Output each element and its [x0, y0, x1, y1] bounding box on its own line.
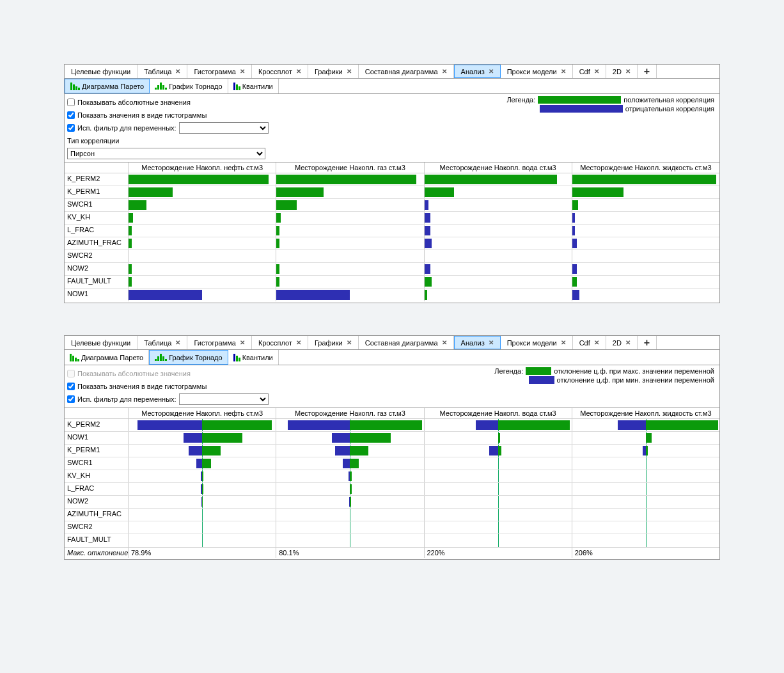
tornado-cell [276, 432, 424, 444]
pareto-cell [276, 173, 424, 186]
plus-icon: + [644, 66, 650, 77]
add-tab-button[interactable]: + [638, 336, 657, 349]
pareto-bar [129, 290, 202, 300]
close-icon[interactable]: ✕ [296, 68, 301, 75]
close-icon[interactable]: ✕ [442, 339, 447, 346]
pareto-cell [425, 289, 572, 301]
tab-2D[interactable]: 2D✕ [606, 65, 638, 78]
pareto-cell [129, 250, 276, 262]
tornado-bar-pos [498, 420, 570, 430]
pareto-bar [276, 264, 279, 274]
row-label: K_PERM1 [65, 186, 129, 198]
subtab-quantiles[interactable]: Квантили [228, 350, 279, 365]
tab-Кроссплот[interactable]: Кроссплот✕ [252, 65, 308, 78]
pareto-cell [129, 237, 276, 249]
pareto-bar [129, 175, 269, 184]
show-hist-checkbox[interactable] [67, 383, 75, 390]
subtab-pareto[interactable]: Диаграмма Парето [65, 79, 150, 93]
tab-Кроссплот[interactable]: Кроссплот✕ [252, 336, 308, 349]
legend-neg-swatch [540, 105, 623, 113]
row-label: SWCR1 [65, 199, 129, 211]
tab-Прокси модели[interactable]: Прокси модели✕ [501, 65, 573, 78]
pareto-bar [572, 200, 578, 210]
pareto-cell [129, 225, 276, 237]
close-icon[interactable]: ✕ [489, 68, 494, 75]
var-filter-select[interactable] [179, 393, 269, 405]
close-icon[interactable]: ✕ [442, 68, 447, 75]
row-label: SWCR2 [65, 250, 129, 262]
tab-Cdf[interactable]: Cdf✕ [573, 336, 606, 349]
main-tabs: Целевые функцииТаблица✕Гистограмма✕Кросс… [65, 336, 719, 350]
tab-Cdf[interactable]: Cdf✕ [573, 65, 606, 78]
pareto-bar [425, 290, 428, 300]
add-tab-button[interactable]: + [638, 65, 657, 78]
tab-Составная диаграмма[interactable]: Составная диаграмма✕ [359, 336, 454, 349]
tornado-bar-neg [489, 446, 498, 455]
pareto-bar [129, 200, 146, 210]
tab-Графики[interactable]: Графики✕ [308, 65, 359, 78]
show-abs-checkbox[interactable] [67, 99, 75, 106]
col-head: Месторождение Накопл. жидкость ст.м3 [572, 162, 719, 173]
close-icon[interactable]: ✕ [625, 339, 631, 346]
tab-Прокси модели[interactable]: Прокси модели✕ [501, 336, 573, 349]
tab-Гистограмма[interactable]: Гистограмма✕ [187, 336, 252, 349]
close-icon[interactable]: ✕ [594, 339, 599, 346]
tab-Анализ[interactable]: Анализ✕ [454, 336, 501, 349]
pareto-bar [276, 277, 279, 287]
tab-Составная диаграмма[interactable]: Составная диаграмма✕ [359, 65, 454, 78]
pareto-cell [129, 276, 276, 288]
show-hist-label: Показать значения в виде гистограммы [77, 111, 207, 119]
close-icon[interactable]: ✕ [175, 68, 180, 75]
max-deviation-row: Макс. отклонение 78.9% 80.1% 220% 206% [65, 547, 719, 558]
tornado-bar-neg [335, 446, 350, 455]
close-icon[interactable]: ✕ [175, 339, 180, 346]
tornado-row: K_PERM2 [65, 419, 719, 432]
pareto-cell [276, 276, 424, 288]
pareto-cell [572, 225, 719, 237]
tab-2D[interactable]: 2D✕ [606, 336, 638, 349]
pareto-bar [425, 200, 429, 210]
corr-type-select[interactable]: Пирсон [67, 148, 265, 159]
pareto-bar [572, 264, 577, 274]
close-icon[interactable]: ✕ [489, 339, 494, 346]
tornado-controls: Легенда:отклонение ц.ф. при макс. значен… [65, 365, 719, 408]
subtab-pareto[interactable]: Диаграмма Парето [65, 350, 149, 365]
tab-Целевые функции[interactable]: Целевые функции [65, 336, 137, 349]
close-icon[interactable]: ✕ [347, 339, 352, 346]
footer-val: 80.1% [276, 548, 424, 558]
close-icon[interactable]: ✕ [561, 339, 566, 346]
var-filter-select[interactable] [179, 122, 269, 134]
tab-Гистограмма[interactable]: Гистограмма✕ [187, 65, 252, 78]
pareto-bar [572, 213, 576, 223]
close-icon[interactable]: ✕ [625, 68, 631, 75]
close-icon[interactable]: ✕ [296, 339, 301, 346]
var-filter-checkbox[interactable] [67, 395, 75, 403]
row-label: KV_KH [65, 470, 129, 482]
subtab-tornado[interactable]: График Торнадо [150, 79, 228, 93]
pareto-cell [129, 186, 276, 198]
show-hist-checkbox[interactable] [67, 111, 75, 119]
tab-Таблица[interactable]: Таблица✕ [137, 336, 187, 349]
tornado-bar-pos [350, 484, 351, 494]
tornado-bar-pos [646, 433, 652, 443]
tornado-row: NOW2 [65, 496, 719, 509]
close-icon[interactable]: ✕ [347, 68, 352, 75]
tornado-cell [425, 483, 572, 495]
tornado-cell [425, 419, 572, 431]
pareto-bar [276, 200, 297, 210]
tornado-bar-pos [646, 446, 648, 455]
tab-Целевые функции[interactable]: Целевые функции [65, 65, 137, 78]
subtab-quantiles[interactable]: Квантили [228, 79, 279, 93]
close-icon[interactable]: ✕ [561, 68, 566, 75]
close-icon[interactable]: ✕ [594, 68, 599, 75]
tab-Таблица[interactable]: Таблица✕ [137, 65, 187, 78]
subtab-tornado[interactable]: График Торнадо [149, 350, 228, 365]
tornado-cell [572, 419, 719, 431]
tab-Графики[interactable]: Графики✕ [308, 336, 359, 349]
pareto-bar [425, 239, 432, 248]
tab-Анализ[interactable]: Анализ✕ [454, 65, 501, 78]
col-head: Месторождение Накопл. газ ст.м3 [276, 162, 424, 173]
var-filter-checkbox[interactable] [67, 124, 75, 132]
close-icon[interactable]: ✕ [240, 339, 245, 346]
close-icon[interactable]: ✕ [240, 68, 245, 75]
